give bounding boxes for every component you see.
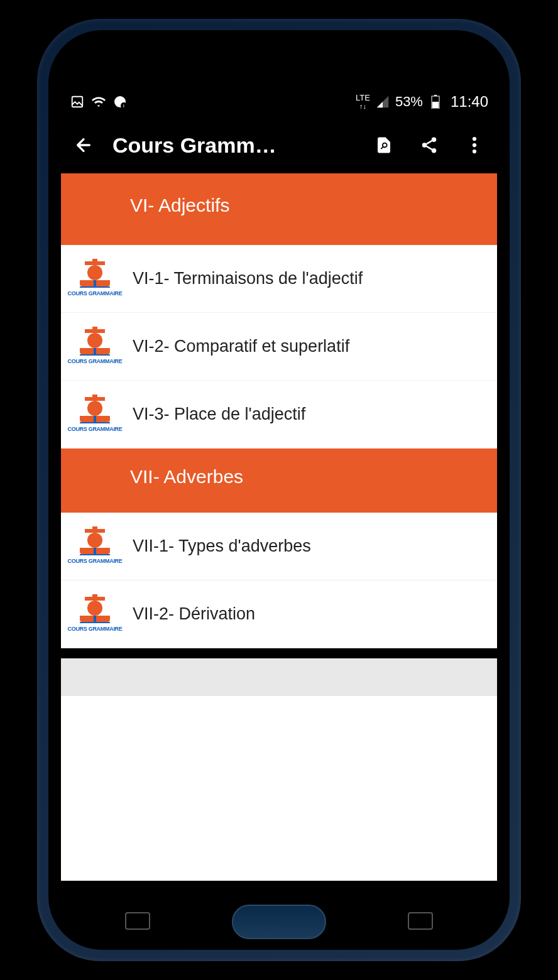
course-thumbnail: COURS GRAMMAIRE: [72, 523, 118, 570]
svg-point-7: [432, 138, 437, 143]
phone-frame: i LTE ↑↓ 53% 11:40: [37, 19, 521, 961]
list-item-label: VI-1- Terminaisons de l'adjectif: [133, 269, 363, 288]
thumb-label: COURS GRAMMAIRE: [68, 426, 123, 432]
ad-placeholder: [61, 658, 497, 696]
svg-rect-6: [432, 102, 439, 108]
list-item[interactable]: COURS GRAMMAIRE VI-1- Terminaisons de l'…: [61, 245, 497, 313]
section-header: VI- Adjectifs: [61, 173, 497, 245]
list-item[interactable]: COURS GRAMMAIRE VII-2- Dérivation: [61, 580, 497, 648]
thumb-label: COURS GRAMMAIRE: [68, 558, 123, 564]
recent-apps-button[interactable]: [125, 912, 150, 930]
status-bar: i LTE ↑↓ 53% 11:40: [61, 87, 497, 117]
svg-text:i: i: [123, 103, 124, 109]
back-button[interactable]: [70, 131, 97, 159]
sync-icon: i: [112, 94, 128, 109]
course-thumbnail: COURS GRAMMAIRE: [72, 255, 118, 303]
battery-percent: 53%: [395, 94, 423, 110]
app-bar: Cours Gramm…: [61, 117, 497, 173]
svg-point-9: [432, 148, 437, 153]
list-item-label: VI-3- Place de l'adjectif: [133, 405, 305, 424]
svg-point-11: [473, 143, 476, 147]
app-title: Cours Gramm…: [112, 133, 288, 158]
list-item[interactable]: COURS GRAMMAIRE VII-1- Types d'adverbes: [61, 513, 497, 580]
screen: i LTE ↑↓ 53% 11:40: [61, 87, 497, 881]
share-button[interactable]: [415, 131, 443, 159]
course-thumbnail: COURS GRAMMAIRE: [72, 391, 118, 438]
list-item-label: VI-2- Comparatif et superlatif: [133, 337, 349, 356]
thumb-label: COURS GRAMMAIRE: [68, 358, 123, 364]
list-item[interactable]: COURS GRAMMAIRE VI-3- Place de l'adjecti…: [61, 381, 497, 449]
section-header: VII- Adverbes: [61, 449, 497, 513]
course-thumbnail: COURS GRAMMAIRE: [72, 591, 118, 638]
thumb-label: COURS GRAMMAIRE: [68, 626, 123, 632]
list-item-label: VII-1- Types d'adverbes: [133, 536, 311, 556]
more-button[interactable]: [461, 131, 488, 159]
clock: 11:40: [451, 93, 488, 111]
signal-icon: [375, 94, 390, 109]
wifi-icon: [91, 94, 106, 109]
thumb-label: COURS GRAMMAIRE: [68, 290, 123, 297]
battery-icon: [428, 94, 443, 109]
svg-point-10: [473, 137, 476, 141]
course-thumbnail: COURS GRAMMAIRE: [72, 323, 118, 371]
list-item-label: VII-2- Dérivation: [133, 604, 255, 624]
divider: [61, 648, 497, 658]
list-item[interactable]: COURS GRAMMAIRE VI-2- Comparatif et supe…: [61, 313, 497, 381]
content-list[interactable]: VI- Adjectifs COURS GRAMMAIRE VI-1- Term…: [61, 173, 497, 881]
svg-rect-0: [72, 97, 83, 107]
image-icon: [70, 94, 85, 109]
back-hardware-button[interactable]: [408, 912, 433, 930]
svg-rect-5: [434, 95, 437, 96]
svg-point-12: [473, 150, 476, 153]
lte-indicator: LTE ↑↓: [356, 94, 370, 110]
svg-point-8: [422, 143, 427, 148]
search-in-page-button[interactable]: [370, 131, 398, 159]
home-button[interactable]: [232, 905, 326, 939]
lte-label: LTE: [356, 93, 370, 102]
